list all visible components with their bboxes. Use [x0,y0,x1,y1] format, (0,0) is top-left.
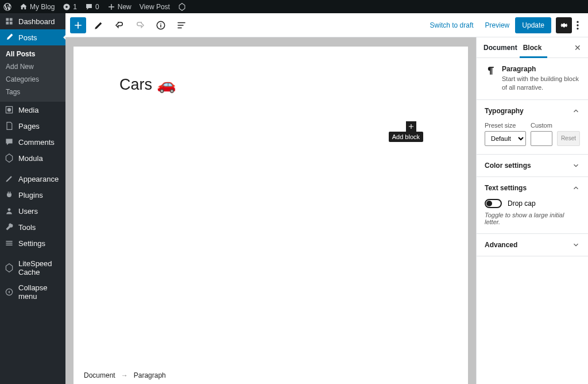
editor-canvas-area: Cars 🚗 Add block Document → Paragraph [65,37,476,384]
submenu-add-new[interactable]: Add New [0,60,65,73]
new-link[interactable]: New [107,3,131,11]
tab-block[interactable]: Block [523,38,548,57]
svg-point-5 [577,24,578,26]
submenu-all-posts[interactable]: All Posts [0,48,65,60]
chevron-up-icon [572,107,580,115]
plus-icon [407,122,415,130]
preset-size-select[interactable]: Default [485,131,526,146]
updates-link[interactable]: 1 [63,3,77,11]
updates-icon [63,3,71,11]
panel-title: Text settings [485,184,527,192]
sidebar-item-comments[interactable]: Comments [0,134,65,150]
posts-submenu: All Posts Add New Categories Tags [0,45,65,102]
comments-link[interactable]: 0 [85,3,99,11]
sidebar-item-label: Users [18,207,38,216]
collapse-icon [5,287,14,297]
advanced-panel: Advanced [477,234,588,256]
pages-icon [5,121,14,130]
custom-size-input[interactable] [531,131,552,146]
list-icon [176,20,187,30]
sidebar-item-label: LiteSpeed Cache [18,259,61,277]
color-panel-toggle[interactable]: Color settings [477,155,588,176]
site-name-link[interactable]: My Blog [20,3,55,11]
close-settings-button[interactable]: ✕ [574,43,581,52]
sidebar-item-media[interactable]: Media [0,102,65,118]
redo-button[interactable] [132,17,148,33]
breadcrumb-root[interactable]: Document [84,371,115,379]
sidebar-item-tools[interactable]: Tools [0,219,65,235]
sidebar-item-posts[interactable]: Posts [0,29,65,45]
sidebar-item-dashboard[interactable]: Dashboard [0,13,65,29]
typography-panel: Typography Preset size Default Custom R [477,100,588,155]
post-title[interactable]: Cars 🚗 [119,75,422,94]
site-name-label: My Blog [30,3,55,11]
more-options-button[interactable] [572,20,583,31]
tools-button[interactable] [91,17,107,33]
block-info-title: Paragraph [502,65,580,73]
sidebar-item-pages[interactable]: Pages [0,118,65,134]
gear-icon [559,20,569,30]
paragraph-icon [485,65,496,76]
inline-add-block-button[interactable] [406,121,416,132]
posts-icon [5,33,14,42]
ellipsis-icon [572,20,583,31]
sidebar-item-users[interactable]: Users [0,203,65,219]
color-panel: Color settings [477,155,588,177]
svg-point-4 [577,21,578,22]
settings-icon [5,239,14,248]
drop-cap-help: Toggle to show a large initial letter. [485,212,580,225]
home-icon [20,3,28,11]
panel-title: Typography [485,107,524,115]
view-post-link[interactable]: View Post [140,3,170,11]
comments-icon [5,137,14,147]
preview-button[interactable]: Preview [479,18,516,33]
sidebar-item-collapse[interactable]: Collapse menu [0,280,65,304]
settings-toggle-button[interactable] [556,17,572,33]
plus-icon [72,20,84,31]
editor-canvas[interactable]: Cars 🚗 Add block [74,47,468,367]
sidebar-item-label: Pages [18,122,40,130]
add-block-tooltip: Add block [389,132,423,142]
sidebar-item-appearance[interactable]: Appearance [0,171,65,187]
undo-button[interactable] [111,17,127,33]
block-info: Paragraph Start with the building block … [477,58,588,100]
sidebar-item-label: Comments [18,138,55,147]
users-icon [5,206,14,216]
litespeed-icon [178,3,186,11]
sidebar-item-label: Collapse menu [18,283,61,301]
reset-button[interactable]: Reset [557,131,580,146]
sidebar-item-label: Media [18,106,38,114]
litespeed-icon-link[interactable] [178,3,186,11]
outline-button[interactable] [173,17,189,33]
wp-logo[interactable] [3,3,11,11]
sidebar-item-settings[interactable]: Settings [0,235,65,251]
switch-to-draft-button[interactable]: Switch to draft [424,18,479,33]
chevron-right-icon: → [121,371,128,379]
typography-panel-toggle[interactable]: Typography [477,100,588,122]
sidebar-item-plugins[interactable]: Plugins [0,187,65,203]
info-button[interactable] [153,17,169,33]
update-button[interactable]: Update [515,17,551,33]
modula-icon [5,153,14,163]
submenu-tags[interactable]: Tags [0,86,65,98]
appearance-icon [5,174,14,183]
advanced-panel-toggle[interactable]: Advanced [477,234,588,256]
updates-count: 1 [73,3,77,11]
sidebar-item-modula[interactable]: Modula [0,150,65,166]
view-post-label: View Post [140,3,170,11]
breadcrumb-current: Paragraph [134,371,166,379]
svg-point-1 [8,208,11,211]
drop-cap-toggle[interactable] [485,199,502,208]
sidebar-item-litespeed[interactable]: LiteSpeed Cache [0,256,65,280]
wordpress-icon [3,3,11,11]
text-panel-toggle[interactable]: Text settings [477,177,588,199]
pencil-icon [94,20,104,30]
sidebar-item-label: Settings [18,239,45,248]
chevron-down-icon [572,162,580,170]
add-block-button[interactable] [70,17,86,33]
sidebar-item-label: Tools [18,223,36,232]
submenu-categories[interactable]: Categories [0,73,65,86]
tab-document[interactable]: Document [483,38,523,57]
chevron-up-icon [572,184,580,192]
svg-point-6 [577,28,578,29]
